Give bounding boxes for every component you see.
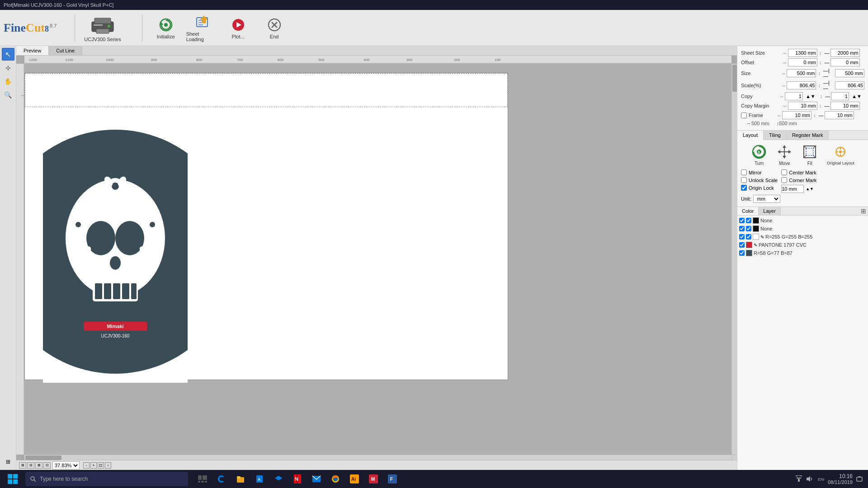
zoom-tool[interactable]: 🔍: [2, 89, 14, 101]
plot-button[interactable]: Plot...: [222, 14, 255, 42]
svg-text:400: 400: [363, 58, 370, 62]
mark-value-input[interactable]: [781, 185, 804, 193]
zoom-out-btn[interactable]: -: [83, 462, 90, 469]
copy-margin-x-input[interactable]: [788, 102, 817, 110]
tab-layer[interactable]: Layer: [759, 207, 781, 215]
color-eye-1[interactable]: [746, 218, 751, 223]
main-content: ↖ ⊹ ✋ 🔍 ⊞ Preview Cut Line: [0, 46, 868, 470]
taskbar-illustrator[interactable]: Ai: [345, 470, 363, 488]
lock-icon-status[interactable]: ⊡: [43, 462, 51, 469]
select-tool[interactable]: ↖: [2, 48, 14, 61]
tab-register-mark[interactable]: Register Mark: [787, 131, 829, 140]
color-check-2[interactable]: [739, 226, 745, 231]
taskbar-store[interactable]: A: [250, 470, 269, 488]
grid-tool[interactable]: ⊞: [2, 455, 14, 468]
copy-x-input[interactable]: [785, 92, 803, 100]
origin-lock-checkbox[interactable]: [741, 185, 747, 191]
sheet-size-w-input[interactable]: [788, 49, 817, 57]
node-edit-tool[interactable]: ⊹: [2, 61, 14, 74]
color-check-3[interactable]: [739, 234, 745, 239]
frame-checkbox[interactable]: [741, 113, 747, 118]
unit-select[interactable]: mm inch: [753, 195, 780, 203]
nav-btn[interactable]: ›: [105, 462, 111, 469]
offset-y-input[interactable]: [830, 58, 860, 66]
copy-y-input[interactable]: [831, 92, 849, 100]
taskbar-task-view[interactable]: [193, 470, 212, 488]
svg-point-64: [108, 192, 122, 199]
copy-margin-y-input[interactable]: [830, 102, 860, 110]
sheet-size-h-input[interactable]: [830, 49, 860, 57]
taskbar-app2[interactable]: M: [364, 470, 382, 488]
pan-tool[interactable]: ✋: [2, 75, 14, 88]
offset-x-input[interactable]: [788, 58, 817, 66]
copy-spinner-x[interactable]: ▲▼: [806, 94, 816, 99]
tab-color[interactable]: Color: [737, 207, 759, 215]
taskbar-explorer[interactable]: [231, 470, 250, 488]
color-eye-2[interactable]: [746, 226, 751, 231]
svg-text:1000: 1000: [106, 58, 114, 62]
mirror-checkbox[interactable]: [741, 169, 747, 175]
view-icon-status[interactable]: ⊠: [35, 462, 42, 469]
svg-point-51: [75, 222, 81, 227]
zoom-select[interactable]: 37.83%: [52, 461, 80, 469]
svg-point-43: [110, 256, 121, 270]
original-layout-button[interactable]: Original Layout: [827, 144, 854, 166]
scale-x-input[interactable]: [787, 81, 816, 89]
canvas-area[interactable]: 1200 1100 1000 900 800 700 600 500 400 3…: [16, 56, 737, 460]
unlock-scale-checkbox[interactable]: [741, 177, 747, 183]
color-eye-3[interactable]: [746, 234, 751, 239]
taskbar-netflix[interactable]: N: [288, 470, 307, 488]
fit-button[interactable]: Fit: [802, 144, 818, 166]
color-check-1[interactable]: [739, 218, 745, 223]
taskbar-mail[interactable]: [307, 470, 326, 488]
frame-x-input[interactable]: [782, 111, 811, 119]
svg-rect-1: [94, 18, 111, 23]
grid-icon-status[interactable]: ⊞: [19, 462, 26, 469]
snap-icon-status[interactable]: ⊟: [27, 462, 34, 469]
svg-point-93: [31, 477, 34, 480]
horizontal-scrollbar[interactable]: [24, 455, 731, 460]
color-check-5[interactable]: [739, 250, 745, 256]
start-button[interactable]: [2, 470, 24, 488]
color-layer-expand-icon[interactable]: ⊞: [861, 207, 866, 215]
color-edit-3[interactable]: ✎: [760, 235, 764, 239]
center-mark-checkbox[interactable]: [781, 169, 787, 175]
scale-y-input[interactable]: [835, 81, 864, 89]
printer-icon[interactable]: [89, 14, 116, 37]
taskbar-search[interactable]: Type here to search: [25, 472, 188, 486]
vertical-scrollbar[interactable]: [731, 64, 737, 455]
notification-icon[interactable]: [856, 476, 863, 482]
tab-layout[interactable]: Layout: [737, 131, 764, 140]
tab-preview[interactable]: Preview: [16, 46, 49, 55]
svg-point-63: [122, 195, 127, 200]
taskbar-edge[interactable]: [212, 470, 231, 488]
zoom-in-btn[interactable]: +: [90, 462, 97, 469]
tab-cut-line[interactable]: Cut Line: [49, 46, 82, 55]
total-h: 500 mm: [779, 121, 797, 126]
frame-y-input[interactable]: [825, 111, 854, 119]
turn-button[interactable]: 0 Turn: [751, 144, 767, 166]
printer-section[interactable]: UCJV300 Series: [84, 14, 121, 42]
svg-text:Mimaki: Mimaki: [107, 324, 123, 329]
end-button[interactable]: End: [258, 14, 291, 42]
size-w-input[interactable]: [787, 69, 816, 77]
color-check-4[interactable]: [739, 242, 745, 248]
h-scrollbar-thumb[interactable]: [25, 455, 61, 460]
mark-spinner[interactable]: ▲▼: [806, 187, 814, 191]
sheet-loading-button[interactable]: Sheet Loading: [186, 14, 218, 42]
taskbar-app3[interactable]: F: [383, 470, 401, 488]
color-swatch-2: [753, 225, 759, 232]
svg-point-53: [150, 222, 155, 227]
v-scrollbar-thumb[interactable]: [732, 65, 737, 92]
svg-text:1100: 1100: [65, 58, 73, 62]
move-button[interactable]: Move: [776, 144, 793, 166]
size-h-input[interactable]: [835, 69, 864, 77]
initialize-button[interactable]: Initialize: [150, 14, 182, 42]
color-edit-4[interactable]: ✎: [754, 243, 757, 248]
taskbar-dropbox[interactable]: [269, 470, 288, 488]
corner-mark-checkbox[interactable]: [781, 177, 787, 183]
fit-btn[interactable]: ⊡: [98, 462, 104, 469]
taskbar-firefox[interactable]: [326, 470, 344, 488]
tab-tiling[interactable]: Tiling: [764, 131, 787, 140]
copy-spinner-y[interactable]: ▲▼: [852, 94, 862, 99]
